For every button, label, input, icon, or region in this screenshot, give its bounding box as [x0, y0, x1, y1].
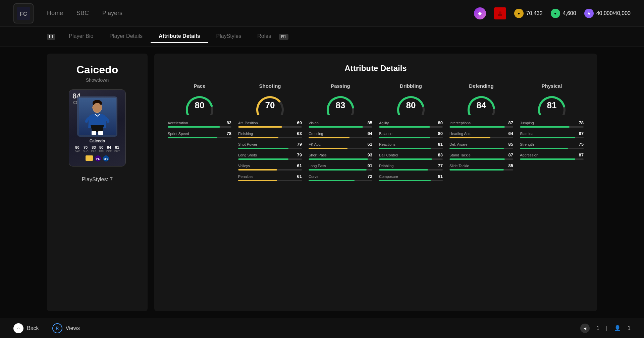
attr-row-header-2-4: Long Pass 91: [309, 163, 372, 168]
player-panel: Caicedo Showdown 84 CDM: [47, 54, 148, 311]
attr-row-header-3-4: Dribbling 77: [379, 163, 443, 168]
tab-roles[interactable]: Roles: [249, 30, 279, 43]
attr-row-1-4: Volleys 61: [238, 163, 302, 171]
attr-bar-bg-1-3: [238, 158, 302, 160]
attr-row-5-3: Aggression 87: [520, 152, 584, 160]
stat-def-label: DEF: [106, 150, 112, 153]
attr-name-3-4: Dribbling: [379, 164, 393, 168]
attr-cat-name-5: Physical: [542, 83, 562, 89]
attr-val-0-0: 82: [227, 120, 231, 125]
attr-val-3-2: 81: [438, 142, 443, 147]
attr-row-3-3: Ball Control 83: [379, 152, 443, 160]
attr-row-header-3-5: Composure 81: [379, 174, 443, 179]
attr-row-3-1: Balance 80: [379, 131, 443, 138]
attr-bar-fill-2-1: [309, 137, 350, 138]
attr-val-3-3: 83: [438, 152, 443, 157]
tab-player-bio[interactable]: Player Bio: [61, 30, 101, 43]
tab-attribute-details[interactable]: Attribute Details: [151, 30, 208, 43]
bottom-bar: ○ Back R Views ◄ 1 | 👤 1: [0, 318, 644, 338]
attr-row-header-2-5: Curve 72: [309, 174, 372, 179]
attr-name-1-1: Finishing: [238, 132, 253, 136]
attributes-panel: Attribute Details Pace 80 Acceleration 8…: [154, 54, 597, 311]
attr-val-4-3: 87: [508, 152, 513, 157]
attr-bar-bg-1-5: [238, 180, 302, 181]
attr-bar-fill-0-0: [168, 126, 220, 128]
attr-bar-bg-2-4: [309, 169, 372, 171]
gauge-shooting: 70: [255, 91, 285, 115]
attr-bar-fill-4-0: [449, 126, 505, 128]
attr-bar-fill-4-1: [449, 137, 490, 138]
gauge-dribbling: 80: [396, 91, 426, 115]
attr-row-5-2: Strength 75: [520, 142, 584, 149]
attr-bar-fill-1-0: [238, 126, 282, 128]
attr-bar-bg-2-0: [309, 126, 372, 128]
nav-players[interactable]: Players: [102, 8, 122, 18]
attr-rows-1: Att. Position 69 Finishing 63 Shot Power…: [238, 120, 302, 181]
stat-sho: 70: [83, 145, 88, 149]
attr-name-5-1: Stamina: [520, 132, 533, 136]
attr-category-physical: Physical 81 Jumping 78 Stamina 87: [520, 83, 584, 181]
attr-row-2-4: Long Pass 91: [309, 163, 372, 171]
attr-bar-fill-2-0: [309, 126, 363, 128]
tab-player-details[interactable]: Player Details: [101, 30, 151, 43]
attr-row-header-5-1: Stamina 87: [520, 131, 584, 136]
tab-playstyles[interactable]: PlayStyles: [208, 30, 250, 43]
attr-bar-fill-2-3: [309, 158, 368, 160]
attr-row-header-5-2: Strength 75: [520, 142, 584, 147]
attr-bar-fill-5-2: [520, 148, 568, 149]
attr-bar-bg-2-1: [309, 137, 372, 138]
attr-row-header-1-1: Finishing 63: [238, 131, 302, 136]
attr-rows-4: Interceptions 87 Heading Acc. 64 Def. Aw…: [449, 120, 513, 171]
attr-row-header-3-0: Agility 80: [379, 120, 443, 125]
stat-pac: 80: [75, 145, 80, 149]
attr-row-header-0-1: Sprint Speed 78: [168, 131, 231, 136]
main-content: Caicedo Showdown 84 CDM: [0, 47, 644, 318]
attr-cat-name-4: Defending: [469, 83, 493, 89]
attr-row-1-2: Shot Power 79: [238, 142, 302, 149]
nav-home[interactable]: Home: [47, 8, 63, 18]
attr-val-3-4: 77: [438, 163, 443, 168]
attr-rows-0: Acceleration 82 Sprint Speed 78: [168, 120, 231, 138]
attr-bar-bg-5-2: [520, 148, 584, 149]
attr-name-4-4: Slide Tackle: [449, 164, 469, 168]
attr-bar-fill-2-4: [309, 169, 367, 171]
attr-bar-bg-3-0: [379, 126, 443, 128]
attr-row-3-5: Composure 81: [379, 174, 443, 181]
gauge-defending: 84: [466, 91, 496, 115]
attr-name-1-4: Volleys: [238, 164, 250, 168]
attr-row-header-4-0: Interceptions 87: [449, 120, 513, 125]
attr-name-2-5: Curve: [309, 175, 318, 179]
playstyles-label: PlayStyles: 7: [82, 177, 113, 183]
attr-bar-bg-4-3: [449, 158, 513, 160]
stat-phy: 81: [114, 145, 120, 149]
attr-val-1-0: 69: [297, 120, 302, 125]
attr-row-header-2-3: Short Pass 93: [309, 152, 372, 157]
attr-bar-fill-3-3: [379, 158, 432, 160]
sp-value: 40,000/40,000: [596, 10, 631, 16]
attr-bar-bg-2-5: [309, 180, 372, 181]
attr-row-4-0: Interceptions 87: [449, 120, 513, 128]
attr-name-3-0: Agility: [379, 121, 389, 125]
views-button[interactable]: R Views: [52, 323, 80, 333]
svg-point-2: [499, 11, 501, 14]
attr-bar-bg-4-4: [449, 169, 513, 171]
views-circle-icon: R: [52, 323, 62, 333]
attr-val-1-5: 61: [297, 174, 302, 179]
attr-val-2-2: 61: [368, 142, 372, 147]
nav-sbc[interactable]: SBC: [76, 8, 89, 18]
nav-prev-arrow[interactable]: ◄: [580, 324, 590, 333]
gauge-value-4: 84: [477, 100, 486, 111]
currency-club-icon: [494, 7, 506, 19]
attr-cat-name-0: Pace: [194, 83, 205, 89]
back-button[interactable]: ○ Back: [13, 323, 39, 333]
attr-name-3-2: Reactions: [379, 142, 395, 146]
attr-bar-fill-3-1: [379, 137, 430, 138]
stat-sho-label: SHO: [83, 150, 88, 153]
attr-name-2-4: Long Pass: [309, 164, 326, 168]
attr-bar-fill-5-3: [520, 158, 575, 160]
attr-rows-2: Vision 85 Crossing 64 FK Acc. 61: [309, 120, 372, 181]
page-total: 1: [628, 325, 631, 331]
attr-row-5-0: Jumping 78: [520, 120, 584, 128]
attr-val-2-0: 85: [368, 120, 372, 125]
attr-cat-name-2: Passing: [331, 83, 350, 89]
